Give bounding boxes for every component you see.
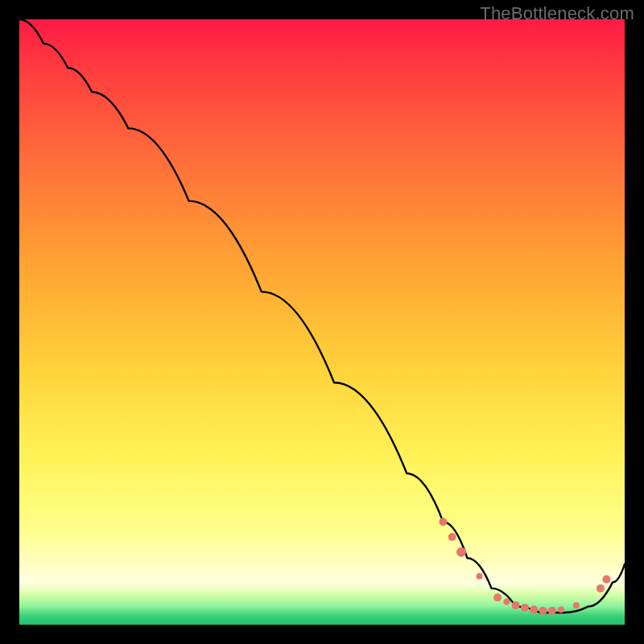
curve-marker (456, 547, 466, 557)
curve-marker (448, 533, 456, 541)
plot-area (19, 19, 625, 625)
curve-marker (521, 604, 529, 612)
bottleneck-curve (19, 19, 625, 613)
curve-marker (530, 605, 538, 613)
curve-marker (503, 598, 510, 605)
curve-marker (493, 593, 502, 601)
chart-stage: TheBottleneck.com (0, 0, 644, 644)
curve-marker (602, 576, 610, 584)
curve-marker (477, 573, 483, 580)
curve-marker (512, 601, 520, 609)
curve-marker (573, 602, 580, 609)
curve-markers (439, 518, 610, 615)
curve-svg (19, 19, 625, 625)
curve-marker (539, 607, 547, 615)
curve-marker (597, 584, 605, 592)
curve-marker (439, 518, 447, 526)
curve-marker (558, 606, 564, 613)
curve-marker (548, 607, 556, 615)
